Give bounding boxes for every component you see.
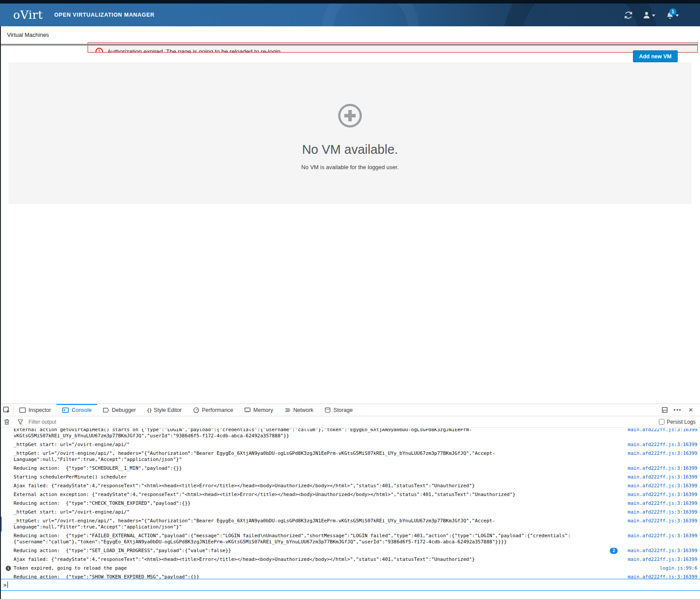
console-log-entry: _httpGet start: url="/ovirt-engine/api/"… bbox=[0, 508, 700, 517]
log-message: External action getOvirtApiMeta() starts… bbox=[14, 429, 622, 439]
log-message: Ajax failed: {"readyState":4,"responseTe… bbox=[14, 556, 622, 563]
persist-logs-checkbox[interactable] bbox=[659, 419, 665, 425]
inspector-icon bbox=[19, 408, 26, 413]
alert-message: Authorization expired. The page is going… bbox=[107, 48, 282, 53]
refresh-icon bbox=[625, 11, 632, 19]
clear-console-button[interactable] bbox=[0, 419, 13, 425]
devtools-panel: Inspector Console Debugger Style Editor … bbox=[0, 404, 700, 599]
text-caret bbox=[7, 581, 8, 588]
source-link[interactable]: main.afd222ff.js:3:16399 bbox=[622, 548, 697, 554]
repeat-count-badge: 2 bbox=[610, 548, 618, 554]
source-link[interactable]: main.afd222ff.js:3:16399 bbox=[622, 450, 697, 457]
user-menu[interactable] bbox=[643, 11, 655, 18]
vm-list-empty-state: No VM available. No VM is available for … bbox=[9, 63, 691, 204]
console-log-entry: Ajax failed: {"readyState":4,"responseTe… bbox=[0, 555, 700, 564]
add-new-vm-button[interactable]: Add new VM bbox=[633, 50, 678, 62]
console-log-entry: _httpGet: url="/ovirt-engine/api/", head… bbox=[0, 517, 700, 532]
console-log-entry: i Token expired, going to reload the pag… bbox=[0, 564, 700, 573]
log-message: Reducing action: {"type":"CHECK_TOKEN_EX… bbox=[14, 500, 622, 507]
log-message: Ajax failed: {"readyState":4,"responseTe… bbox=[14, 483, 622, 489]
trash-icon bbox=[4, 419, 10, 425]
primary-nav: Virtual Machines bbox=[0, 26, 700, 44]
log-message: _httpGet start: url="/ovirt-engine/api/" bbox=[14, 442, 622, 448]
performance-icon bbox=[193, 407, 199, 413]
devtools-close-button[interactable] bbox=[684, 407, 697, 413]
dock-icon bbox=[662, 407, 668, 413]
refresh-button[interactable] bbox=[625, 11, 632, 19]
log-message: _httpGet start: url="/ovirt-engine/api/" bbox=[14, 509, 622, 515]
dock-options-button[interactable] bbox=[658, 407, 671, 413]
memory-icon bbox=[244, 407, 251, 413]
error-exclamation-icon: ! bbox=[95, 48, 103, 53]
source-link[interactable]: main.afd222ff.js:3:16399 bbox=[622, 483, 697, 489]
console-filter-bar: Persist Logs bbox=[0, 416, 700, 428]
info-icon: i bbox=[6, 566, 11, 571]
source-link[interactable]: main.afd222ff.js:3:16399 bbox=[622, 465, 697, 471]
tab-network[interactable]: Network bbox=[279, 404, 319, 416]
devtools-menu-button[interactable] bbox=[671, 407, 684, 413]
filter-output-input[interactable] bbox=[27, 419, 659, 425]
tab-style-editor[interactable]: Style Editor bbox=[141, 404, 187, 416]
tab-debugger[interactable]: Debugger bbox=[97, 404, 141, 416]
tab-storage[interactable]: Storage bbox=[319, 404, 358, 416]
tab-performance[interactable]: Performance bbox=[187, 404, 239, 416]
pick-element-button[interactable] bbox=[0, 404, 13, 416]
nav-tab-virtual-machines[interactable]: Virtual Machines bbox=[7, 32, 49, 38]
source-link[interactable]: main.afd222ff.js:3:16399 bbox=[622, 556, 697, 563]
console-log-entry: _httpGet: url="/ovirt-engine/api/", head… bbox=[0, 449, 700, 464]
tab-inspector[interactable]: Inspector bbox=[14, 404, 57, 416]
filter-funnel-icon bbox=[18, 419, 23, 425]
source-link[interactable]: main.afd222ff.js:3:16399 bbox=[622, 442, 697, 448]
tab-console[interactable]: Console bbox=[57, 404, 97, 416]
product-title: OPEN VIRTUALIZATION MANAGER bbox=[54, 12, 155, 18]
source-link[interactable]: main.afd222ff.js:3:16399 bbox=[622, 533, 697, 539]
pick-element-icon bbox=[3, 407, 10, 414]
source-link[interactable]: main.afd222ff.js:3:16399 bbox=[622, 492, 697, 498]
persist-logs-label: Persist Logs bbox=[667, 419, 696, 425]
console-log-entry: Reducing action: {"type":"CHECK_TOKEN_EX… bbox=[0, 499, 700, 508]
log-message: Reducing action: {"type":"FAILED_EXTERNA… bbox=[14, 533, 622, 545]
console-prompt-icon: » bbox=[3, 581, 7, 588]
source-link[interactable]: login.js:99:6 bbox=[622, 565, 697, 571]
console-log-entry: Reducing action: {"type":"SET_LOAD_IN_PR… bbox=[0, 546, 700, 555]
source-link[interactable]: main.afd222ff.js:3:16399 bbox=[622, 509, 697, 515]
log-message: External action exception: {"readyState"… bbox=[14, 492, 622, 498]
meatball-menu-icon bbox=[674, 407, 682, 413]
log-message: Token expired, going to reload the page bbox=[14, 565, 622, 571]
source-link[interactable]: main.afd222ff.js:3:16399 bbox=[622, 518, 697, 524]
log-message: _httpGet: url="/ovirt-engine/api/", head… bbox=[14, 518, 622, 530]
persist-logs-toggle[interactable]: Persist Logs bbox=[659, 419, 696, 425]
log-message: Starting schedulerPerMinute() scheduler bbox=[14, 474, 622, 480]
filter-toggle-button[interactable] bbox=[14, 419, 27, 425]
loading-bar bbox=[0, 44, 698, 46]
console-log-entry: Reducing action: {"type":"SCHEDULER__1_M… bbox=[0, 464, 700, 473]
devtools-tabbar: Inspector Console Debugger Style Editor … bbox=[0, 404, 700, 416]
empty-state-title: No VM available. bbox=[9, 142, 691, 157]
source-link[interactable]: main.afd222ff.js:3:16399 bbox=[622, 429, 697, 433]
masthead: oVirt OPEN VIRTUALIZATION MANAGER 1 bbox=[0, 4, 700, 26]
console-log-entry: External action getOvirtApiMeta() starts… bbox=[0, 429, 700, 440]
notifications-menu[interactable]: 1 bbox=[666, 11, 679, 19]
storage-icon bbox=[325, 407, 331, 413]
console-log-entry: Ajax failed: {"readyState":4,"responseTe… bbox=[0, 482, 700, 490]
console-log-entry: Reducing action: {"type":"FAILED_EXTERNA… bbox=[0, 532, 700, 546]
console-icon bbox=[62, 408, 69, 413]
console-log-entry: External action exception: {"readyState"… bbox=[0, 490, 700, 499]
console-log-entry: _httpGet start: url="/ovirt-engine/api/"… bbox=[0, 440, 700, 449]
window-top-strip bbox=[0, 0, 700, 4]
console-command-input[interactable]: » bbox=[0, 579, 700, 591]
vm-toolbar bbox=[0, 53, 700, 63]
console-output[interactable]: External action getOvirtApiMeta() starts… bbox=[0, 429, 700, 579]
debugger-icon bbox=[103, 408, 109, 413]
chevron-down-icon bbox=[652, 14, 655, 17]
source-link[interactable]: main.afd222ff.js:3:16399 bbox=[622, 500, 697, 507]
log-message: Reducing action: {"type":"SCHEDULER__1_M… bbox=[14, 465, 622, 471]
tab-memory[interactable]: Memory bbox=[239, 404, 279, 416]
network-icon bbox=[284, 408, 290, 413]
close-icon bbox=[689, 407, 693, 413]
user-icon bbox=[643, 11, 651, 18]
ovirt-logo: oVirt bbox=[13, 8, 43, 21]
log-message: _httpGet: url="/ovirt-engine/api/", head… bbox=[14, 450, 622, 463]
source-link[interactable]: main.afd222ff.js:3:16399 bbox=[622, 474, 697, 480]
plus-circle-icon bbox=[338, 104, 362, 128]
